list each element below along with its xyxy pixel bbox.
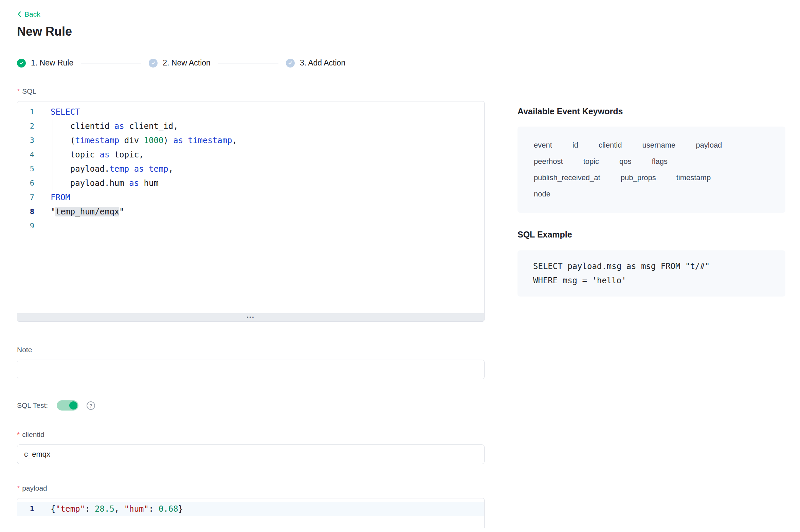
payload-editor-body[interactable]: 1{"temp": 28.5, "hum": 0.68} <box>17 498 484 528</box>
keyword: flags <box>652 156 668 167</box>
line-number: 8 <box>17 205 34 219</box>
code-text: {"temp": 28.5, "hum": 0.68} <box>34 502 183 516</box>
code-line: 2 clientid as client_id, <box>17 119 484 133</box>
sql-test-row: SQL Test: ? <box>17 400 485 411</box>
keyword-row: peerhosttopicqosflags <box>534 156 769 167</box>
keyword-row: eventidclientidusernamepayload <box>534 139 769 151</box>
keywords-box: eventidclientidusernamepayloadpeerhostto… <box>517 127 785 213</box>
required-asterisk: * <box>17 484 20 492</box>
sql-field-label: * SQL <box>17 87 485 96</box>
line-number: 2 <box>17 119 34 133</box>
new-rule-page: Back New Rule 1. New Rule2. New Action3.… <box>0 0 800 532</box>
sql-editor-body[interactable]: 1SELECT2 clientid as client_id,3 (timest… <box>17 101 484 321</box>
code-text: clientid as client_id, <box>34 119 178 133</box>
keyword: node <box>534 188 550 200</box>
payload-label-text: payload <box>22 484 47 492</box>
content-columns: * SQL 1SELECT2 clientid as client_id,3 (… <box>17 87 785 528</box>
keywords-title: Available Event Keywords <box>517 107 785 116</box>
back-link[interactable]: Back <box>17 10 40 18</box>
keyword: qos <box>619 156 631 167</box>
line-number: 1 <box>17 105 34 119</box>
clientid-input[interactable] <box>17 444 485 464</box>
code-line: 3 (timestamp div 1000) as timestamp, <box>17 133 484 148</box>
code-text: FROM <box>34 190 70 205</box>
code-text: (timestamp div 1000) as timestamp, <box>34 133 237 148</box>
form-column: * SQL 1SELECT2 clientid as client_id,3 (… <box>17 87 485 528</box>
sql-example-line: SELECT payload.msg as msg FROM "t/#" <box>533 259 770 273</box>
keyword: event <box>534 139 552 151</box>
help-icon[interactable]: ? <box>87 401 95 410</box>
chevron-left-icon <box>17 11 21 18</box>
sql-test-label: SQL Test: <box>17 401 48 410</box>
code-line: 1SELECT <box>17 105 484 119</box>
keyword: timestamp <box>676 172 711 184</box>
keyword: peerhost <box>534 156 563 167</box>
sql-editor-resize-handle[interactable]: ••• <box>17 313 484 321</box>
code-line: 6 payload.hum as hum <box>17 176 484 190</box>
keyword: clientid <box>599 139 622 151</box>
step-check-icon <box>17 59 26 68</box>
step-label: 3. Add Action <box>300 58 345 68</box>
page-title: New Rule <box>17 24 785 39</box>
sql-example-box: SELECT payload.msg as msg FROM "t/#"WHER… <box>517 250 785 297</box>
payload-field-label: * payload <box>17 484 485 493</box>
note-label-text: Note <box>17 346 32 354</box>
step-check-icon <box>286 59 295 68</box>
back-label: Back <box>24 10 40 18</box>
code-line: 9 <box>17 219 484 233</box>
step-connector <box>81 63 141 63</box>
resize-dots-icon: ••• <box>247 315 255 320</box>
indent-guide <box>53 119 53 190</box>
sql-example-title: SQL Example <box>517 230 785 240</box>
step-check-icon <box>149 59 158 68</box>
code-line: 5 payload.temp as temp, <box>17 162 484 176</box>
code-line: 7FROM <box>17 190 484 205</box>
keyword: publish_received_at <box>534 172 600 184</box>
required-asterisk: * <box>17 431 20 439</box>
line-number: 5 <box>17 162 34 176</box>
step-indicator: 1. New Rule2. New Action3. Add Action <box>17 58 785 68</box>
code-line: 1{"temp": 28.5, "hum": 0.68} <box>17 502 484 516</box>
line-number: 4 <box>17 148 34 162</box>
keyword: username <box>642 139 675 151</box>
keyword: payload <box>696 139 722 151</box>
clientid-field-label: * clientid <box>17 430 485 439</box>
sql-label-text: SQL <box>22 87 36 95</box>
keyword: id <box>572 139 578 151</box>
line-number: 9 <box>17 219 34 233</box>
sql-editor[interactable]: 1SELECT2 clientid as client_id,3 (timest… <box>17 101 485 322</box>
keyword: topic <box>583 156 599 167</box>
code-text: payload.temp as temp, <box>34 162 173 176</box>
required-asterisk: * <box>17 87 20 95</box>
line-number: 1 <box>17 502 34 516</box>
line-number: 6 <box>17 176 34 190</box>
step-item: 1. New Rule <box>17 58 73 68</box>
code-line: 8"temp_hum/emqx" <box>17 205 484 219</box>
toggle-knob-icon <box>69 401 77 410</box>
code-text: SELECT <box>34 105 80 119</box>
step-label: 1. New Rule <box>31 58 73 68</box>
payload-editor[interactable]: 1{"temp": 28.5, "hum": 0.68} <box>17 498 485 528</box>
sql-test-toggle[interactable] <box>57 400 78 411</box>
keyword-row: publish_received_atpub_propstimestamp <box>534 172 769 184</box>
keyword: pub_props <box>621 172 656 184</box>
clientid-label-text: clientid <box>22 431 44 439</box>
step-connector <box>218 63 278 63</box>
note-input[interactable] <box>17 360 485 379</box>
help-question-mark: ? <box>89 403 92 408</box>
code-text: topic as topic, <box>34 148 144 162</box>
code-line: 4 topic as topic, <box>17 148 484 162</box>
help-column: Available Event Keywords eventidclientid… <box>517 87 785 528</box>
step-label: 2. New Action <box>163 58 211 68</box>
keyword-row: node <box>534 188 769 200</box>
step-item: 3. Add Action <box>286 58 345 68</box>
code-text <box>34 219 51 233</box>
step-item: 2. New Action <box>149 58 211 68</box>
sql-example-line: WHERE msg = 'hello' <box>533 273 770 288</box>
line-number: 7 <box>17 190 34 205</box>
note-field-label: Note <box>17 345 485 354</box>
line-number: 3 <box>17 133 34 148</box>
code-text: "temp_hum/emqx" <box>34 205 124 219</box>
